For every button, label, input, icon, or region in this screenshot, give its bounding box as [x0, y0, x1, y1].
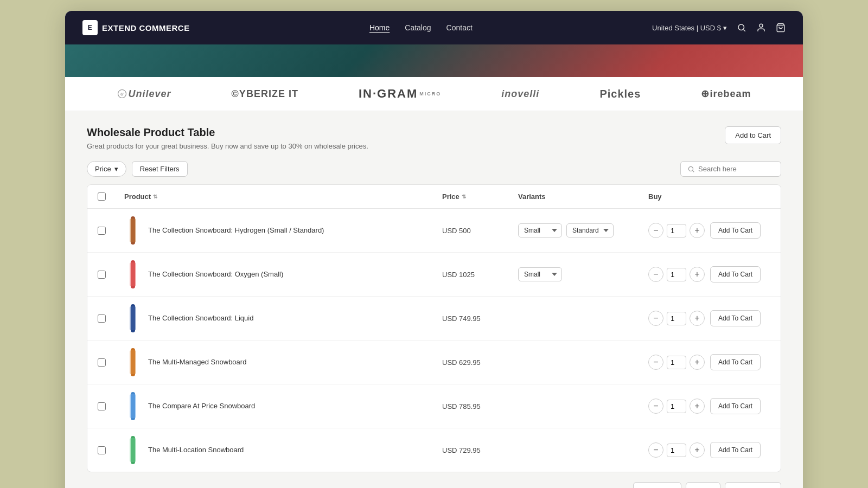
brand-inovelli: inovelli	[501, 88, 539, 100]
pagination-controls: Previous Next Add to Cart	[633, 482, 781, 488]
search-input[interactable]	[698, 165, 774, 173]
user-icon[interactable]	[756, 23, 766, 33]
svg-rect-19	[130, 438, 136, 462]
brand-pickles: Pickles	[599, 88, 641, 100]
table-row: The Multi-Location Snowboard USD 729.95 …	[87, 428, 781, 472]
svg-rect-13	[130, 306, 136, 330]
nav-catalog[interactable]: Catalog	[405, 23, 431, 32]
qty-stepper: − +	[648, 267, 705, 282]
price-filter-button[interactable]: Price ▾	[87, 161, 126, 177]
th-product[interactable]: Product ⇅	[116, 185, 433, 208]
qty-input[interactable]	[667, 224, 686, 237]
row-checkbox[interactable]	[98, 402, 106, 410]
row-price-cell: USD 729.95	[433, 439, 509, 462]
logo: E EXTEND COMMERCE	[82, 20, 190, 35]
chevron-down-icon: ▾	[723, 24, 727, 32]
table-header-row: Wholesale Product Table Great products f…	[87, 126, 781, 150]
qty-decrease-button[interactable]: −	[648, 311, 663, 326]
variant-size-select[interactable]: SmallMediumLarge	[518, 223, 562, 237]
table-header-left: Wholesale Product Table Great products f…	[87, 126, 368, 150]
qty-stepper: − +	[648, 311, 705, 326]
svg-rect-11	[130, 262, 136, 286]
qty-increase-button[interactable]: +	[690, 311, 705, 326]
table-row: The Collection Snowboard: Hydrogen (Smal…	[87, 209, 781, 253]
search-icon[interactable]	[737, 23, 746, 33]
cart-icon[interactable]	[776, 23, 786, 33]
add-to-cart-row-button[interactable]: Add To Cart	[710, 222, 761, 239]
previous-button[interactable]: Previous	[633, 482, 681, 488]
row-product-cell: The Multi-Managed Snowboard	[116, 341, 433, 384]
table-row: The Compare At Price Snowboard USD 785.9…	[87, 384, 781, 428]
add-to-cart-row-button[interactable]: Add To Cart	[710, 266, 761, 282]
top-add-cart-button[interactable]: Add to Cart	[725, 126, 781, 144]
nav-contact[interactable]: Contact	[446, 23, 473, 32]
bottom-add-cart-button[interactable]: Add to Cart	[725, 482, 781, 488]
reset-filters-button[interactable]: Reset Filters	[132, 161, 188, 177]
svg-line-7	[693, 170, 694, 172]
product-image	[124, 304, 142, 332]
select-all-checkbox[interactable]	[98, 192, 106, 201]
qty-decrease-button[interactable]: −	[648, 223, 663, 238]
product-image	[124, 348, 142, 376]
nav-links: Home Catalog Contact	[369, 23, 473, 32]
row-checkbox-cell	[87, 263, 116, 286]
qty-increase-button[interactable]: +	[690, 442, 705, 458]
svg-point-2	[760, 24, 763, 27]
row-checkbox[interactable]	[98, 446, 106, 454]
row-price-cell: USD 749.95	[433, 307, 509, 330]
qty-input[interactable]	[667, 356, 686, 369]
brand-airebeam: ⊕irebeam	[701, 88, 751, 100]
search-box[interactable]	[680, 161, 781, 177]
qty-stepper: − +	[648, 223, 705, 238]
row-checkbox[interactable]	[98, 358, 106, 367]
qty-decrease-button[interactable]: −	[648, 442, 663, 458]
row-buy-cell: − + Add To Cart	[640, 346, 781, 378]
brand-ingram: IN·GRAM MICRO	[359, 87, 441, 101]
svg-point-6	[688, 166, 693, 171]
row-checkbox[interactable]	[98, 227, 106, 235]
qty-input[interactable]	[667, 312, 686, 325]
next-button[interactable]: Next	[686, 482, 721, 488]
qty-decrease-button[interactable]: −	[648, 355, 663, 370]
qty-input[interactable]	[667, 400, 686, 413]
table-row: The Multi-Managed Snowboard USD 629.95 −…	[87, 341, 781, 384]
variant-size-select[interactable]: SmallMediumLarge	[518, 267, 562, 281]
row-checkbox[interactable]	[98, 271, 106, 279]
add-to-cart-row-button[interactable]: Add To Cart	[710, 354, 761, 370]
nav-home[interactable]: Home	[369, 23, 390, 32]
row-buy-cell: − + Add To Cart	[640, 303, 781, 334]
row-checkbox[interactable]	[98, 314, 106, 323]
row-price-cell: USD 785.95	[433, 395, 509, 418]
product-name: The Collection Snowboard: Hydrogen (Smal…	[148, 226, 324, 235]
table-title: Wholesale Product Table	[87, 126, 368, 139]
product-name: The Collection Snowboard: Oxygen (Small)	[148, 269, 283, 279]
row-variants-cell	[509, 311, 640, 326]
search-icon	[687, 165, 695, 173]
th-price[interactable]: Price ⇅	[433, 185, 509, 208]
add-to-cart-row-button[interactable]: Add To Cart	[710, 310, 761, 326]
qty-input[interactable]	[667, 268, 686, 281]
table-row: The Collection Snowboard: Liquid USD 749…	[87, 297, 781, 341]
qty-increase-button[interactable]: +	[690, 267, 705, 282]
row-buy-cell: − + Add To Cart	[640, 259, 781, 290]
locale-selector[interactable]: United States | USD $ ▾	[652, 24, 727, 32]
logo-text: EXTEND COMMERCE	[102, 23, 190, 33]
product-image	[124, 216, 142, 245]
variant-type-select[interactable]: StandardPremium	[566, 223, 614, 237]
qty-increase-button[interactable]: +	[690, 399, 705, 414]
row-product-cell: The Collection Snowboard: Liquid	[116, 297, 433, 340]
qty-increase-button[interactable]: +	[690, 223, 705, 238]
qty-input[interactable]	[667, 444, 686, 457]
th-variants: Variants	[509, 185, 640, 208]
main-content: Wholesale Product Table Great products f…	[65, 111, 803, 488]
add-to-cart-row-button[interactable]: Add To Cart	[710, 398, 761, 414]
qty-increase-button[interactable]: +	[690, 355, 705, 370]
brand-logos: U Unilever ©YBERIZE IT IN·GRAM MICRO ino…	[65, 77, 803, 111]
add-to-cart-row-button[interactable]: Add To Cart	[710, 442, 761, 458]
row-price-cell: USD 1025	[433, 263, 509, 286]
row-variants-cell: SmallMediumLarge	[509, 260, 640, 289]
svg-rect-9	[130, 219, 136, 242]
filters-row: Price ▾ Reset Filters	[87, 161, 781, 177]
qty-decrease-button[interactable]: −	[648, 399, 663, 414]
qty-decrease-button[interactable]: −	[648, 267, 663, 282]
